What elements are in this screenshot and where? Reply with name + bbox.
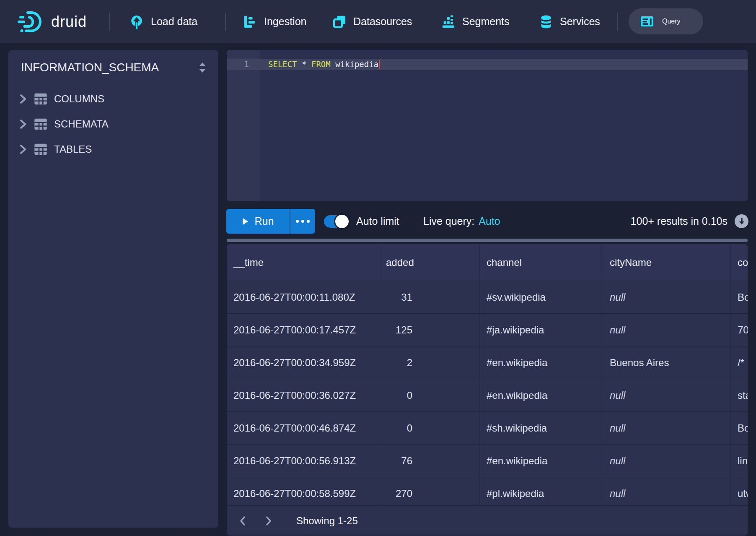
previous-page-button[interactable]	[233, 512, 252, 530]
pagination-status: Showing 1-25	[296, 515, 358, 527]
results-summary-text: 100+ results in 0.10s	[631, 215, 728, 227]
table-row: 2016-06-27T00:00:56.913Z 76 #en.wikipedi…	[227, 445, 748, 477]
cell-cityname: null	[603, 477, 731, 505]
cell-comment: utw	[731, 477, 748, 505]
column-header-time[interactable]: __time	[227, 244, 379, 281]
datasources-icon	[332, 15, 347, 29]
nav-item-datasources[interactable]: Datasources	[332, 0, 412, 43]
segments-icon	[441, 15, 456, 29]
column-header-cityname[interactable]: cityName	[603, 244, 731, 281]
nav-item-load-data[interactable]: Load data	[129, 0, 197, 43]
next-page-button[interactable]	[259, 512, 278, 530]
cell-comment: /* S	[731, 346, 748, 379]
top-navbar: druid Load data Ingestion	[0, 0, 756, 43]
line-number: 1	[227, 59, 260, 70]
cell-channel: #sh.wikipedia	[480, 412, 603, 444]
live-query-control: Live query: Auto	[423, 209, 500, 234]
results-summary-group: 100+ results in 0.10s	[631, 209, 748, 234]
cell-added: 0	[379, 412, 480, 444]
download-results-button[interactable]	[735, 214, 748, 228]
results-panel: __time added channel cityName comment 20…	[227, 244, 748, 536]
auto-limit-toggle[interactable]	[324, 215, 347, 228]
table-row: 2016-06-27T00:00:17.457Z 125 #ja.wikiped…	[227, 314, 748, 346]
cell-added: 31	[379, 281, 480, 313]
cell-time: 2016-06-27T00:00:34.959Z	[227, 346, 379, 379]
column-header-comment[interactable]: comment	[731, 244, 748, 281]
nav-item-query-active[interactable]: Query	[629, 8, 703, 34]
cell-comment: 70:	[731, 314, 748, 346]
double-caret-vertical-icon[interactable]	[197, 62, 207, 73]
sql-plain: wikipedia	[331, 60, 378, 69]
druid-brand: druid	[18, 0, 87, 43]
results-footer: Showing 1-25	[227, 505, 748, 536]
schema-title: INFORMATION_SCHEMA	[21, 61, 159, 74]
more-options-button[interactable]	[290, 209, 315, 234]
cell-time: 2016-06-27T00:00:46.874Z	[227, 412, 379, 444]
cell-time: 2016-06-27T00:00:36.027Z	[227, 379, 379, 411]
ingestion-icon	[243, 15, 257, 29]
table-row: 2016-06-27T00:00:11.080Z 31 #sv.wikipedi…	[227, 281, 748, 314]
nav-item-services[interactable]: Services	[539, 0, 600, 43]
table-icon	[34, 93, 54, 105]
results-table: __time added channel cityName comment 20…	[227, 244, 748, 505]
nav-item-ingestion[interactable]: Ingestion	[243, 0, 306, 43]
table-row: 2016-06-27T00:00:34.959Z 2 #en.wikipedia…	[227, 346, 748, 379]
nav-item-label: Services	[560, 16, 600, 28]
table-row: 2016-06-27T00:00:36.027Z 0 #en.wikipedia…	[227, 379, 748, 412]
navbar-divider	[109, 13, 110, 31]
query-icon	[639, 14, 655, 29]
cell-cityname: null	[603, 314, 731, 346]
cell-time: 2016-06-27T00:00:17.457Z	[227, 314, 379, 346]
cell-channel: #ja.wikipedia	[480, 314, 603, 346]
cell-time: 2016-06-27T00:00:11.080Z	[227, 281, 379, 313]
schema-sidebar: INFORMATION_SCHEMA COLUMNS	[8, 50, 218, 528]
table-header-row: __time added channel cityName comment	[227, 244, 748, 281]
cell-channel: #pl.wikipedia	[480, 477, 603, 505]
nav-item-segments[interactable]: Segments	[441, 0, 510, 43]
column-header-channel[interactable]: channel	[480, 244, 603, 281]
more-icon	[296, 220, 299, 223]
run-button[interactable]: Run	[226, 209, 290, 234]
cell-cityname: null	[603, 379, 731, 411]
sql-text[interactable]: SELECT * FROM wikipedia	[268, 59, 380, 70]
cell-comment: link	[731, 445, 748, 477]
run-button-group: Run	[226, 209, 315, 234]
sql-editor[interactable]: 1 SELECT * FROM wikipedia	[227, 50, 748, 201]
column-header-added[interactable]: added	[379, 244, 480, 281]
chevron-right-icon[interactable]	[19, 94, 34, 104]
cell-added: 270	[379, 477, 480, 505]
live-query-value[interactable]: Auto	[479, 215, 500, 227]
more-icon	[301, 220, 304, 223]
auto-limit-label: Auto limit	[356, 209, 399, 234]
cell-channel: #en.wikipedia	[480, 445, 603, 477]
cell-comment: Bot	[731, 412, 748, 444]
nav-item-label: Query	[662, 18, 681, 25]
tree-item-schemata[interactable]: SCHEMATA	[8, 112, 218, 137]
tree-item-label: COLUMNS	[54, 93, 104, 105]
cell-channel: #en.wikipedia	[480, 379, 603, 411]
upload-icon	[129, 14, 144, 29]
chevron-right-icon[interactable]	[19, 119, 34, 130]
table-icon	[34, 143, 54, 156]
cell-comment: Bot	[731, 281, 748, 313]
play-icon	[242, 218, 249, 225]
nav-item-label: Datasources	[353, 16, 412, 28]
schema-selector[interactable]: INFORMATION_SCHEMA	[21, 58, 207, 77]
sql-keyword: SELECT	[268, 60, 297, 69]
brand-wordmark: druid	[51, 13, 87, 31]
services-icon	[539, 15, 553, 29]
tree-item-tables[interactable]: TABLES	[8, 137, 218, 162]
tree-item-columns[interactable]: COLUMNS	[8, 86, 218, 112]
more-icon	[307, 220, 310, 223]
chevron-right-icon[interactable]	[19, 144, 34, 155]
cell-cityname: null	[603, 445, 731, 477]
sql-keyword: FROM	[311, 60, 331, 69]
results-horizontal-scrollbar[interactable]	[227, 239, 748, 242]
toggle-knob	[335, 215, 349, 228]
table-row: 2016-06-27T00:00:46.874Z 0 #sh.wikipedia…	[227, 412, 748, 445]
cell-time: 2016-06-27T00:00:58.599Z	[227, 477, 379, 505]
cell-added: 2	[379, 346, 480, 379]
navbar-divider	[617, 13, 618, 31]
cell-channel: #en.wikipedia	[480, 346, 603, 379]
editor-gutter	[227, 50, 260, 201]
